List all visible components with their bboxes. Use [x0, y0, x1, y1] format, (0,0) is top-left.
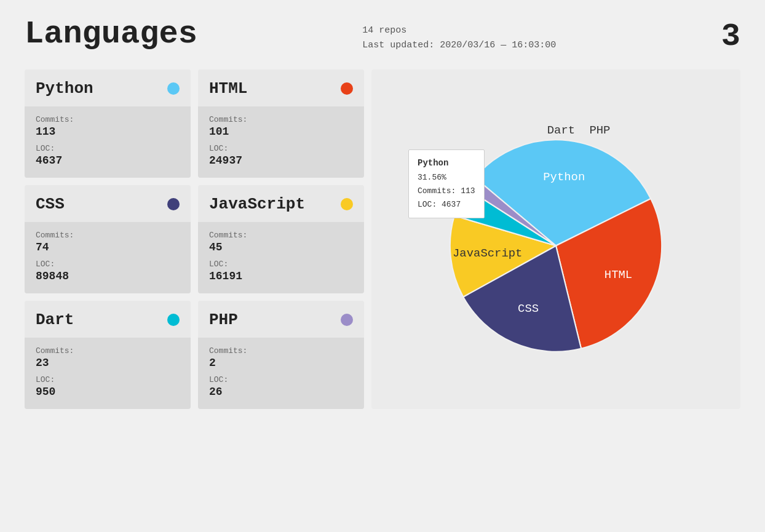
header-meta: 14 repos Last updated: 2020/03/16 — 16:0… [362, 23, 556, 53]
commits-label-javascript: Commits: [209, 231, 353, 240]
loc-label-php: LOC: [209, 375, 353, 384]
loc-label-html: LOC: [209, 144, 353, 153]
card-header-python: Python [25, 69, 191, 106]
card-title-php: PHP [209, 311, 238, 329]
tooltip-percentage: 31.56% [418, 171, 475, 185]
pie-label-css: CSS [518, 302, 539, 316]
page-title: Languages [25, 18, 197, 50]
card-body-dart: Commits: 23 LOC: 950 [25, 338, 191, 409]
color-dot-python [167, 82, 180, 95]
loc-value-javascript: 16191 [209, 270, 353, 282]
color-dot-dart [167, 314, 180, 326]
commits-value-css: 74 [36, 241, 180, 253]
pie-chart: PythonHTMLCSSJavaScriptDartPHP [427, 110, 685, 368]
pie-label-dart-ext: Dart [547, 124, 575, 137]
page-number: 3 [721, 18, 740, 55]
card-header-dart: Dart [25, 301, 191, 338]
loc-value-dart: 950 [36, 386, 180, 398]
commits-value-javascript: 45 [209, 241, 353, 253]
commits-value-html: 101 [209, 125, 353, 138]
pie-label-php-ext: PHP [589, 124, 610, 137]
loc-label-dart: LOC: [36, 375, 180, 384]
card-body-python: Commits: 113 LOC: 4637 [25, 106, 191, 178]
color-dot-css [167, 198, 180, 210]
card-python: Python Commits: 113 LOC: 4637 [25, 69, 191, 178]
card-body-html: Commits: 101 LOC: 24937 [198, 106, 364, 178]
tooltip-commits: Commits: 113 [418, 185, 475, 198]
card-header-php: PHP [198, 301, 364, 338]
color-dot-javascript [341, 198, 353, 210]
pie-label-javascript: JavaScript [453, 247, 522, 260]
chart-tooltip: Python 31.56% Commits: 113 LOC: 4637 [408, 149, 485, 218]
card-title-javascript: JavaScript [209, 195, 305, 213]
commits-label-html: Commits: [209, 115, 353, 124]
card-body-javascript: Commits: 45 LOC: 16191 [198, 222, 364, 293]
last-updated: Last updated: 2020/03/16 — 16:03:00 [362, 38, 556, 53]
card-title-css: CSS [36, 195, 65, 213]
color-dot-php [341, 314, 353, 326]
commits-value-python: 113 [36, 125, 180, 138]
card-body-css: Commits: 74 LOC: 89848 [25, 222, 191, 293]
card-html: HTML Commits: 101 LOC: 24937 [198, 69, 364, 178]
card-css: CSS Commits: 74 LOC: 89848 [25, 185, 191, 293]
commits-label-php: Commits: [209, 346, 353, 355]
loc-label-python: LOC: [36, 144, 180, 153]
tooltip-title: Python [418, 156, 475, 171]
commits-label-css: Commits: [36, 231, 180, 240]
loc-label-css: LOC: [36, 260, 180, 269]
pie-label-html: HTML [604, 268, 632, 282]
commits-label-dart: Commits: [36, 346, 180, 355]
card-javascript: JavaScript Commits: 45 LOC: 16191 [198, 185, 364, 293]
card-header-html: HTML [198, 69, 364, 106]
main-content: Python Commits: 113 LOC: 4637 HTML Commi… [25, 69, 740, 409]
page-header: Languages 14 repos Last updated: 2020/03… [25, 18, 740, 55]
commits-label-python: Commits: [36, 115, 180, 124]
repos-count: 14 repos [362, 23, 556, 38]
color-dot-html [341, 82, 353, 95]
tooltip-loc: LOC: 4637 [418, 198, 475, 212]
card-title-html: HTML [209, 79, 247, 98]
chart-area: Python 31.56% Commits: 113 LOC: 4637 Pyt… [371, 69, 740, 409]
cards-grid: Python Commits: 113 LOC: 4637 HTML Commi… [25, 69, 364, 409]
card-title-python: Python [36, 79, 93, 98]
loc-value-php: 26 [209, 386, 353, 398]
card-php: PHP Commits: 2 LOC: 26 [198, 301, 364, 409]
loc-label-javascript: LOC: [209, 260, 353, 269]
commits-value-dart: 23 [36, 357, 180, 369]
loc-value-html: 24937 [209, 154, 353, 167]
card-header-javascript: JavaScript [198, 185, 364, 222]
card-header-css: CSS [25, 185, 191, 222]
loc-value-python: 4637 [36, 154, 180, 167]
card-title-dart: Dart [36, 311, 74, 329]
commits-value-php: 2 [209, 357, 353, 369]
pie-label-python: Python [543, 170, 585, 184]
card-body-php: Commits: 2 LOC: 26 [198, 338, 364, 409]
card-dart: Dart Commits: 23 LOC: 950 [25, 301, 191, 409]
loc-value-css: 89848 [36, 270, 180, 282]
